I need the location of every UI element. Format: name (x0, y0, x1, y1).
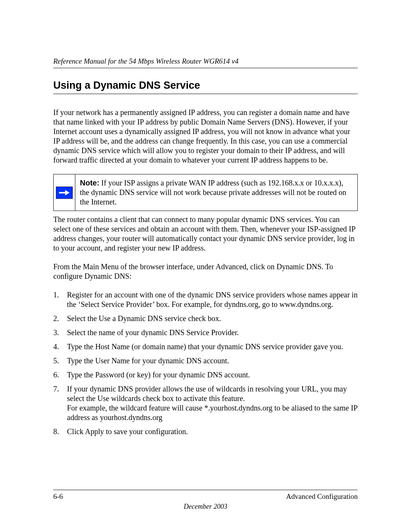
list-item: Click Apply to save your configuration. (53, 427, 358, 436)
note-text: Note: If your ISP assigns a private WAN … (75, 174, 357, 211)
list-item: If your dynamic DNS provider allows the … (53, 384, 358, 422)
footer-row: 6-6 Advanced Configuration (53, 492, 358, 501)
list-item: Select the name of your dynamic DNS Serv… (53, 328, 358, 337)
note-body: If your ISP assigns a private WAN IP add… (80, 179, 346, 206)
note-icon-cell (54, 174, 75, 211)
page-number: 6-6 (53, 492, 63, 501)
steps-list: Register for an account with one of the … (53, 290, 358, 436)
svg-marker-1 (65, 190, 70, 195)
footer-section-name: Advanced Configuration (286, 492, 358, 501)
footer-date: December 2003 (0, 503, 411, 511)
after-note-paragraph: The router contains a client that can co… (53, 215, 358, 253)
list-item: Type the Host Name (or domain name) that… (53, 342, 358, 351)
list-item: Register for an account with one of the … (53, 290, 358, 309)
note-label: Note: (80, 179, 99, 187)
steps-lead-in: From the Main Menu of the browser interf… (53, 262, 358, 281)
section-heading: Using a Dynamic DNS Service (53, 80, 358, 94)
svg-rect-0 (59, 192, 66, 193)
footer-rule (53, 490, 358, 490)
list-item: Type the User Name for your dynamic DNS … (53, 356, 358, 366)
arrow-note-icon (56, 187, 73, 199)
note-callout: Note: If your ISP assigns a private WAN … (53, 174, 358, 211)
list-item: Select the Use a Dynamic DNS service che… (53, 314, 358, 323)
list-item: Type the Password (or key) for your dyna… (53, 370, 358, 380)
intro-paragraph: If your network has a permanently assign… (53, 108, 358, 165)
running-header: Reference Manual for the 54 Mbps Wireles… (53, 57, 358, 68)
document-page: Reference Manual for the 54 Mbps Wireles… (0, 0, 411, 532)
